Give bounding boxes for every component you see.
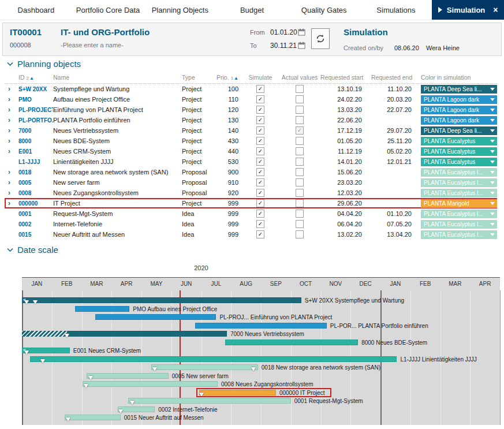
cell-id[interactable]: PMO [18,96,53,103]
actual-values-checkbox[interactable] [296,137,304,145]
color-in-simulation-select[interactable]: PLANTA Eucalyptus l... [421,210,497,218]
row-expander-icon[interactable]: › [5,116,18,124]
simulate-checkbox[interactable]: ✓ [256,168,264,176]
close-icon[interactable]: × [493,6,498,14]
gantt-bar-0015[interactable] [65,415,121,420]
color-in-simulation-select[interactable]: PLANTA Deep Sea li... [421,126,497,135]
simulate-checkbox[interactable]: ✓ [256,199,264,207]
column-header-prio[interactable]: Prio.1▲ [215,74,242,81]
cell-id[interactable]: PL-PORTFO... [18,117,53,124]
cell-id[interactable]: 0015 [18,232,53,238]
row-expander-icon[interactable]: › [5,189,18,197]
row-expander-icon[interactable]: › [5,137,18,145]
cell-id[interactable]: L1-JJJJ [18,159,53,165]
simulate-checkbox[interactable]: ✓ [256,106,264,114]
simulate-checkbox[interactable]: ✓ [256,230,264,238]
tab-simulations[interactable]: Simulations [360,0,432,20]
column-header-requested-start[interactable]: Requested start [320,74,371,81]
column-header-requested-end[interactable]: Requested end [371,74,421,81]
row-expander-icon[interactable]: › [5,178,18,186]
gantt-bar-e001[interactable]: « [22,348,70,353]
column-header-id[interactable]: ID2▲ [18,74,53,81]
gantt-bar-0002[interactable] [118,406,155,412]
actual-values-checkbox[interactable] [296,106,304,114]
cell-id[interactable]: PL-PROJECT [18,107,53,113]
tab-simulation[interactable]: Simulation× [432,0,504,20]
row-expander-icon[interactable]: › [5,85,18,93]
planning-objects-section-header[interactable]: Planning objects [7,59,81,69]
cell-id[interactable]: 0005 [18,180,53,186]
row-expander-icon[interactable]: › [5,147,18,155]
actual-values-checkbox[interactable] [296,230,304,238]
color-in-simulation-select[interactable]: PLANTA Eucalyptus [421,158,497,166]
gantt-bar-l1-jjjj[interactable] [30,356,397,362]
actual-values-checkbox[interactable] [296,220,304,228]
color-in-simulation-select[interactable]: PLANTA Lagoon dark [421,116,497,125]
row-expander-icon[interactable]: › [5,199,18,207]
actual-values-checkbox[interactable] [296,158,304,166]
refresh-button[interactable] [311,28,330,49]
gantt-bar-7000[interactable] [22,331,227,337]
tab-portfolio-core-data[interactable]: Portfolio Core Data [72,0,144,20]
color-in-simulation-select[interactable]: PLANTA Eucalyptus l... [421,230,497,239]
gantt-bar-0001[interactable] [128,398,291,404]
to-date-field[interactable]: 30.11.21 [270,42,297,50]
actual-values-checkbox[interactable] [296,116,304,124]
color-in-simulation-select[interactable]: PLANTA Eucalyptus l... [421,178,497,187]
column-header-color-in-simulation[interactable]: Color in simulation [421,74,497,81]
gantt-bar-s-w[interactable]: « [22,297,301,303]
gantt-bar-pmo[interactable] [75,306,130,312]
simulate-checkbox[interactable]: ✓ [256,210,264,218]
cell-id[interactable]: 0008 [18,190,53,196]
color-in-simulation-select[interactable]: PLANTA Lagoon dark [421,106,497,114]
simulate-checkbox[interactable]: ✓ [256,178,264,186]
color-in-simulation-select[interactable]: PLANTA Deep Sea li... [421,85,497,94]
gantt-bar-pl-proj[interactable] [95,314,216,320]
simulate-checkbox[interactable]: ✓ [256,116,264,124]
actual-values-checkbox[interactable] [296,199,304,207]
actual-values-checkbox[interactable] [296,210,304,218]
calendar-icon[interactable] [298,28,305,38]
simulate-checkbox[interactable]: ✓ [256,147,264,155]
actual-values-checkbox[interactable] [296,95,304,103]
cell-id[interactable]: 000000 [18,200,53,207]
column-header-actual-values[interactable]: Actual values [279,74,320,81]
actual-values-checkbox[interactable] [296,178,304,186]
simulate-checkbox[interactable]: ✓ [256,158,264,166]
gantt-bar-0008[interactable] [83,381,218,387]
actual-values-checkbox[interactable] [296,147,304,155]
tab-quality-gates[interactable]: Quality Gates [288,0,360,20]
color-in-simulation-select[interactable]: PLANTA Eucalyptus [421,147,497,156]
actual-values-checkbox[interactable] [296,168,304,176]
actual-values-checkbox[interactable] [296,85,304,93]
simulate-checkbox[interactable]: ✓ [256,126,264,135]
calendar-icon[interactable] [298,41,305,51]
cell-id[interactable]: 7000 [18,128,53,134]
cell-id[interactable]: 8000 [18,138,53,144]
cell-id[interactable]: 0002 [18,221,53,227]
gantt-bar-8000[interactable] [225,340,358,345]
cell-id[interactable]: 0018 [18,169,53,176]
row-expander-icon[interactable]: › [5,106,18,114]
row-expander-icon[interactable]: › [5,126,18,135]
tab-planning-objects[interactable]: Planning Objects [144,0,216,20]
from-date-field[interactable]: 01.01.20 [270,28,297,36]
row-expander-icon[interactable]: › [5,95,18,103]
tab-budget[interactable]: Budget [216,0,288,20]
color-in-simulation-select[interactable]: PLANTA Lagoon dark [421,95,497,104]
column-header-type[interactable]: Type [182,74,215,81]
simulate-checkbox[interactable]: ✓ [256,220,264,228]
gantt-bar-000000[interactable] [199,390,276,396]
color-in-simulation-select[interactable]: PLANTA Eucalyptus l... [421,168,497,177]
actual-values-checkbox[interactable] [296,189,304,197]
gantt-bar-pl-por[interactable] [195,323,327,329]
color-in-simulation-select[interactable]: PLANTA Eucalyptus l... [421,220,497,229]
simulate-checkbox[interactable]: ✓ [256,85,264,93]
color-in-simulation-select[interactable]: PLANTA Marigold [421,199,497,208]
column-header-name[interactable]: Name [53,74,182,81]
portfolio-name-input[interactable]: -Please enter a name- [61,42,124,49]
color-in-simulation-select[interactable]: PLANTA Eucalyptus [421,137,497,146]
tab-dashboard[interactable]: Dashboard [0,0,72,20]
simulate-checkbox[interactable]: ✓ [256,137,264,145]
cell-id[interactable]: 0001 [18,211,53,217]
